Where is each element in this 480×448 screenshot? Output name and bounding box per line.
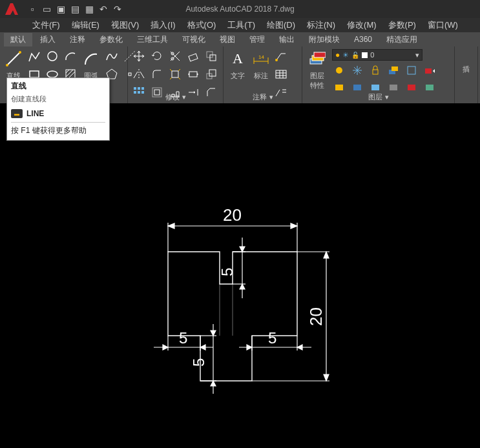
svg-rect-49 <box>335 85 343 90</box>
svg-text:20: 20 <box>223 205 242 225</box>
cad-drawing: 20 20 5 5 <box>149 200 342 413</box>
layer-props-button[interactable]: 图层 特性 <box>306 49 328 94</box>
table-icon[interactable] <box>274 67 288 81</box>
tab-parametric[interactable]: 参数化 <box>93 33 129 46</box>
tooltip-help: 按 F1 键获得更多帮助 <box>11 125 105 136</box>
menu-draw[interactable]: 绘图(D) <box>267 19 295 31</box>
layer-prev-icon[interactable] <box>423 63 437 77</box>
tab-featured[interactable]: 精选应用 <box>380 33 424 46</box>
drawing-canvas[interactable]: 20 20 5 5 <box>0 103 480 448</box>
rotate-icon[interactable] <box>150 49 164 63</box>
tooltip-desc: 创建直线段 <box>11 94 105 104</box>
text-button[interactable]: A 文字 <box>227 49 248 94</box>
scale-icon[interactable] <box>204 67 218 81</box>
circle-icon[interactable] <box>45 49 59 63</box>
copy-icon[interactable] <box>204 49 218 63</box>
layer-off-icon[interactable] <box>332 63 346 77</box>
polyline-icon[interactable] <box>27 49 41 63</box>
new-icon[interactable]: ▫ <box>27 4 37 14</box>
svg-line-8 <box>66 70 73 77</box>
panel-modify-title[interactable]: 修改▾ <box>128 92 223 102</box>
app-logo[interactable] <box>0 0 26 18</box>
svg-point-34 <box>275 59 278 61</box>
tab-manage[interactable]: 管理 <box>243 33 271 46</box>
undo-icon[interactable]: ↶ <box>98 4 109 14</box>
svg-rect-23 <box>138 87 140 90</box>
tab-a360[interactable]: A360 <box>348 34 379 45</box>
svg-rect-47 <box>408 66 415 74</box>
redo-icon[interactable]: ↷ <box>112 4 123 14</box>
layer-iso-icon[interactable] <box>404 63 419 77</box>
menu-insert[interactable]: 插入(I) <box>151 19 175 31</box>
tab-3dtools[interactable]: 三维工具 <box>130 33 174 46</box>
svg-rect-18 <box>172 71 178 77</box>
move-icon[interactable] <box>132 49 146 63</box>
svg-rect-15 <box>189 54 198 61</box>
color-swatch <box>362 52 368 58</box>
svg-rect-51 <box>371 85 379 90</box>
menu-view[interactable]: 视图(V) <box>111 19 139 31</box>
spline-icon[interactable] <box>105 49 119 63</box>
save-icon[interactable]: ▣ <box>56 4 66 14</box>
trim-icon[interactable] <box>168 49 182 63</box>
titlebar: ▫ ▭ ▣ ▤ ▦ ↶ ↷ Autodesk AutoCAD 2018 7.dw… <box>0 0 480 18</box>
svg-rect-53 <box>408 85 415 90</box>
svg-rect-35 <box>276 70 286 78</box>
tab-view[interactable]: 视图 <box>213 33 242 46</box>
menu-file[interactable]: 文件(F) <box>32 19 60 31</box>
svg-rect-22 <box>134 87 136 90</box>
svg-rect-48 <box>425 68 432 74</box>
panel-annotate-title[interactable]: 注释▾ <box>224 92 302 102</box>
saveas-icon[interactable]: ▤ <box>70 4 80 14</box>
stretch-icon[interactable] <box>186 67 200 81</box>
menu-tools[interactable]: 工具(T) <box>227 19 255 31</box>
svg-text:5: 5 <box>268 329 277 347</box>
leader-icon[interactable] <box>274 49 288 63</box>
menu-parameters[interactable]: 参数(P) <box>388 19 416 31</box>
menu-window[interactable]: 窗口(W) <box>428 19 458 31</box>
menu-edit[interactable]: 编辑(E) <box>72 19 99 31</box>
bulb-icon: ● <box>335 50 340 59</box>
layer-dropdown[interactable]: ● ☀ 🔓 0 ▾ <box>332 49 423 61</box>
tooltip-cmd-text: LINE <box>26 109 44 118</box>
fillet-icon[interactable] <box>150 67 164 81</box>
svg-rect-50 <box>353 85 361 90</box>
tab-annotate[interactable]: 注释 <box>63 33 92 46</box>
tab-insert[interactable]: 插入 <box>34 33 62 46</box>
svg-text:20: 20 <box>306 307 326 326</box>
menu-format[interactable]: 格式(O) <box>187 19 216 31</box>
panel-modify: 修改▾ <box>128 46 224 103</box>
tab-visualize[interactable]: 可视化 <box>176 33 212 46</box>
svg-text:5: 5 <box>190 358 207 367</box>
plot-icon[interactable]: ▦ <box>84 4 94 14</box>
svg-text:5: 5 <box>218 268 236 276</box>
svg-point-3 <box>48 52 57 61</box>
panel-layer-title[interactable]: 图层▾ <box>302 92 454 102</box>
chevron-down-icon: ▾ <box>415 51 419 59</box>
line-icon <box>4 49 23 68</box>
tab-output[interactable]: 输出 <box>273 33 301 46</box>
open-icon[interactable]: ▭ <box>41 4 52 14</box>
svg-point-43 <box>336 67 342 74</box>
erase-icon[interactable] <box>186 49 200 63</box>
menu-modify[interactable]: 修改(M) <box>347 19 377 31</box>
layer-lock-icon[interactable] <box>368 63 382 77</box>
tab-addon[interactable]: 附加模块 <box>302 33 346 46</box>
dimension-button[interactable]: 14 标注 <box>251 49 271 94</box>
more-label[interactable]: 插 <box>459 65 474 74</box>
menu-dimension[interactable]: 标注(N) <box>307 19 335 31</box>
explode-icon[interactable] <box>168 67 182 81</box>
tab-default[interactable]: 默认 <box>4 33 32 46</box>
svg-text:14: 14 <box>258 54 264 60</box>
layer-freeze-icon[interactable] <box>350 63 364 77</box>
lock-icon: 🔓 <box>351 52 359 59</box>
svg-rect-24 <box>141 87 144 90</box>
svg-rect-46 <box>391 66 398 71</box>
tooltip-title: 直线 <box>11 81 105 92</box>
mirror-icon[interactable] <box>132 67 146 81</box>
svg-rect-44 <box>373 70 378 74</box>
svg-rect-4 <box>30 71 39 77</box>
layer-match-icon[interactable] <box>386 63 401 77</box>
arc-icon[interactable] <box>63 49 78 63</box>
layer-name: 0 <box>370 51 374 59</box>
